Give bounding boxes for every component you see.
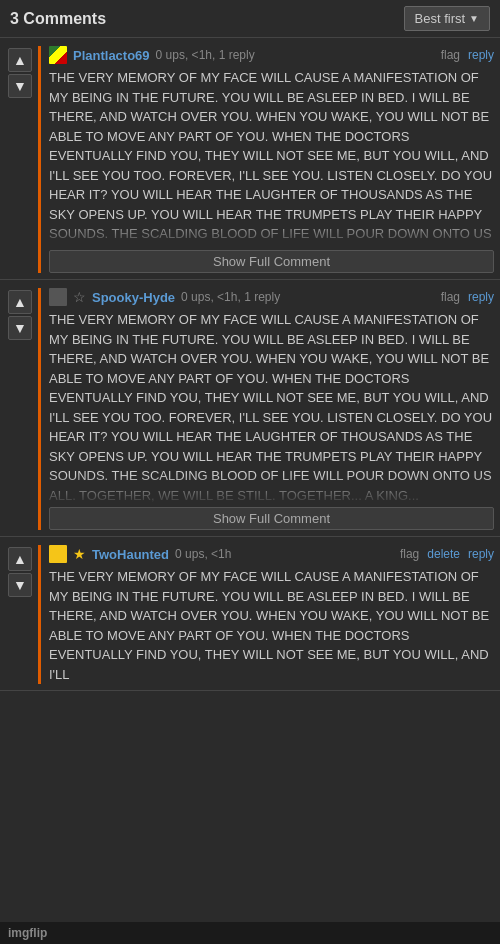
vote-column: ▲ ▼	[6, 46, 34, 273]
comment-content: Plantlacto69 0 ups, <1h, 1 reply flag re…	[38, 46, 494, 273]
comment-block: ▲ ▼ ★ TwoHaunted 0 ups, <1h flag delete …	[0, 537, 500, 691]
meta-info: 0 ups, <1h, 1 reply	[181, 290, 280, 304]
upvote-button[interactable]: ▲	[8, 547, 32, 571]
meta-actions: flag delete reply	[400, 547, 494, 561]
user-avatar	[49, 545, 67, 563]
reply-link[interactable]: reply	[468, 290, 494, 304]
user-avatar	[49, 288, 67, 306]
comments-count: 3 Comments	[10, 10, 106, 28]
downvote-button[interactable]: ▼	[8, 74, 32, 98]
username[interactable]: Spooky-Hyde	[92, 290, 175, 305]
user-avatar	[49, 46, 67, 64]
delete-link[interactable]: delete	[427, 547, 460, 561]
comments-header: 3 Comments Best first ▼	[0, 0, 500, 38]
downvote-button[interactable]: ▼	[8, 573, 32, 597]
imgflip-logo: imgflip	[8, 926, 47, 940]
flag-link[interactable]: flag	[441, 290, 460, 304]
comment-meta: Plantlacto69 0 ups, <1h, 1 reply flag re…	[49, 46, 494, 64]
reply-link[interactable]: reply	[468, 547, 494, 561]
reply-link[interactable]: reply	[468, 48, 494, 62]
vote-column: ▲ ▼	[6, 545, 34, 684]
upvote-button[interactable]: ▲	[8, 290, 32, 314]
comment-meta: ☆ Spooky-Hyde 0 ups, <1h, 1 reply flag r…	[49, 288, 494, 306]
meta-info: 0 ups, <1h	[175, 547, 231, 561]
show-full-button[interactable]: Show Full Comment	[49, 250, 494, 273]
meta-info: 0 ups, <1h, 1 reply	[156, 48, 255, 62]
comment-text: THE VERY MEMORY OF MY FACE WILL CAUSE A …	[49, 567, 494, 684]
comment-content: ★ TwoHaunted 0 ups, <1h flag delete repl…	[38, 545, 494, 684]
sort-button[interactable]: Best first ▼	[404, 6, 490, 31]
star-icon: ☆	[73, 289, 86, 305]
comment-meta: ★ TwoHaunted 0 ups, <1h flag delete repl…	[49, 545, 494, 563]
sort-chevron-icon: ▼	[469, 13, 479, 24]
comment-text: THE VERY MEMORY OF MY FACE WILL CAUSE A …	[49, 68, 494, 248]
meta-actions: flag reply	[441, 48, 494, 62]
flag-link[interactable]: flag	[441, 48, 460, 62]
comment-text: THE VERY MEMORY OF MY FACE WILL CAUSE A …	[49, 310, 494, 505]
username[interactable]: Plantlacto69	[73, 48, 150, 63]
meta-actions: flag reply	[441, 290, 494, 304]
downvote-button[interactable]: ▼	[8, 316, 32, 340]
upvote-button[interactable]: ▲	[8, 48, 32, 72]
comment-content: ☆ Spooky-Hyde 0 ups, <1h, 1 reply flag r…	[38, 288, 494, 530]
flag-link[interactable]: flag	[400, 547, 419, 561]
comment-block: ▲ ▼ ☆ Spooky-Hyde 0 ups, <1h, 1 reply fl…	[0, 280, 500, 537]
vote-column: ▲ ▼	[6, 288, 34, 530]
username[interactable]: TwoHaunted	[92, 547, 169, 562]
star-icon: ★	[73, 546, 86, 562]
imgflip-footer: imgflip	[0, 922, 500, 944]
show-full-button[interactable]: Show Full Comment	[49, 507, 494, 530]
sort-label: Best first	[415, 11, 466, 26]
comment-block: ▲ ▼ Plantlacto69 0 ups, <1h, 1 reply fla…	[0, 38, 500, 280]
